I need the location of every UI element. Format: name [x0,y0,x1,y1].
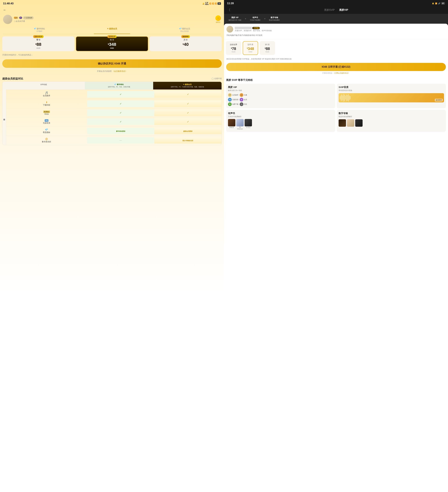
check-quku-lv2: ✓ [154,91,221,98]
feature-label-download: 下载特权 [7,104,86,106]
lv1-sub: 适用于手机、PC、Pad、大部分车载 [86,86,152,88]
section-label-col: 付费音乐包特权 [2,90,6,145]
feature-icon-hires: Hi-Res [43,111,50,113]
status-bar-left: 11:40:43 🔔 1.10KB/s 📶 📶 📶 73 [0,0,224,6]
member-icon: ✿ [240,98,243,102]
digital-thumb-1 [338,119,346,127]
time-right: 11:28 [227,2,234,5]
compare-row-album: 📀 数专抢先听 — 部分专辑抢先听 [6,136,221,145]
priv-icon-head: ◎ 头像 [240,93,247,97]
check-hires-lv1: ✓ [87,110,154,116]
plan-jika-price: ¥88 [4,42,73,47]
plan-jika-tag: 仅29.4元/月 [33,35,44,38]
mingpai-badge[interactable]: ✏ 设置铭牌 [23,16,34,19]
plan-jika-name: 季卡 [4,39,73,41]
privilege-card-digital[interactable]: 数字专辑 甄选专辑免费畅听 [337,110,446,132]
user-badges: Lv1 V ✏ 设置铭牌 [14,16,214,19]
digital-thumbs [338,119,444,127]
filter-option[interactable]: 仅看不同 [211,77,222,80]
header-titles: 黑胶SVIP 黑胶VIP [324,9,348,12]
priv-icon-member: ✿ 会员 [240,98,247,102]
plan-right-lian[interactable]: 连续包季 ¥78 ¥120 [226,41,241,55]
check-download-lv2: ✓ [154,100,221,107]
header-tab-svip[interactable]: 黑胶SVIP [324,9,335,12]
lv2-title: ✦ 超级会员 [154,83,221,86]
feature-label-lossless: 无损音质 [7,122,86,124]
artist-name-1: 林俊杰 [228,126,235,129]
privilege-card-audio[interactable]: 有声书 万本好书免费畅听 林俊杰 Ed Sheeran [226,110,335,132]
svip-badge-label: 超清母带 [435,99,443,102]
agreement-text: 开通会员代表接受 《会员服务协议》 [0,70,224,72]
artist-name-3: 久石让 [245,126,252,129]
privileges-section: 黑胶 SVIP 尊享千元特权 黑胶 VIP 畅享全部 20+ 特权 VIP 会员… [224,76,448,132]
plan-right-3[interactable]: 3个月 ¥88 ¥120 [260,41,275,55]
confirm-button[interactable]: 确认协议并以 ¥348 开通 [2,59,222,68]
privilege-vip-icons-3: ⬇ 免费下载 ◷ 历史 [228,102,333,106]
compare-table-header: VIP特权 💎 豪华绿钻 适用于手机、PC、Pad、大部分车载 ✦ 超级会员 适… [2,82,221,90]
plan-jika-old: ¥120 [4,47,73,49]
plan-nianka-price: ¥348 [78,42,146,47]
digital-thumb-2 [347,119,354,127]
plan-yueka-price: ¥40 [151,42,220,47]
plan-nianka-old: ¥480 [78,47,146,49]
agreement-link-right[interactable]: 《付费会员服务协议》 [333,72,350,74]
check-album-lv2: 部分专辑抢先听 [154,137,221,144]
plan-right-12[interactable]: 12个月 ¥348 ¥480 [243,41,258,55]
plan-nianka-name: 年卡 [78,39,146,41]
feature-icon-album: 📀 [7,138,86,141]
compare-table: VIP特权 💎 豪华绿钻 适用于手机、PC、Pad、大部分车载 ✦ 超级会员 适… [2,82,222,145]
album-thumb-1 [228,119,235,126]
left-panel: 11:40:43 🔔 1.10KB/s 📶 📶 📶 73 ← Lv1 V ✏ 设… [0,0,224,492]
waveform-lines [338,93,444,102]
tab-visual[interactable]: 💎 视听会员 双会员特权 [148,26,221,34]
activate-button[interactable]: ¥348 立即开通 (已省¥132) [226,63,446,71]
user-right-desc: 开通SVIP，享黑胶VIP、数字专辑、有声书等特权 [235,30,446,32]
svip-badge: SVIP体 [252,27,260,29]
status-icons-left: 🔔 1.10KB/s 📶 📶 📶 73 [202,2,221,5]
right-notice: 购买后优先使用黑胶 SVIP权益，未使用的黑胶 VIP 权益将在黑胶 SVIP … [224,57,448,62]
feature-download: ⬇ 下载特权 [6,99,87,108]
download-icon: ⬇ [228,102,232,106]
check-icon-lv2: 超级会员图标 [154,128,221,134]
check-hires-lv2: ✓ [154,110,221,116]
sub-tab-vip[interactable]: 黑胶 VIP 畅享全部 20+ 特权 [226,15,244,22]
sub-tab-audiobook[interactable]: 有声书 万本好书免费听 [248,15,263,22]
agreement-link[interactable]: 《会员服务协议》 [112,70,127,72]
back-button-left[interactable]: ← [0,6,224,13]
compare-row-hires: Hi-Res Hires ✓ ✓ [6,108,221,117]
check-lossless-lv1: ✓ [87,118,154,125]
privilege-vip-sub: 畅享全部 20+ 特权 [228,89,333,92]
plan-jika[interactable]: 仅29.4元/月 季卡 ¥88 ¥120 [2,36,74,51]
history-icon: ◷ [240,102,243,106]
priv-icon-quku: VIP 会员曲库 [228,93,239,97]
compare-title: 超级会员权益对比 [2,77,23,80]
tab-super[interactable]: ✦ 超级会员 [76,26,149,34]
tab-huanuan[interactable]: 💎 豪华绿钻 VIP畅听 [3,26,76,34]
status-icons-right: 🔔 📶 🔗 57 [432,2,445,5]
feature-label-album: 数专抢先听 [7,141,86,143]
col-feature-header: VIP特权 [2,82,85,90]
header-tab-vip[interactable]: 黑胶VIP [339,9,348,12]
check-icon-lv1: 豪华绿钻图标 [87,128,154,134]
privilege-vip-icons: VIP 会员曲库 ◎ 头像 [228,93,333,97]
user-info: Lv1 V ✏ 设置铭牌 △会员未开通 [14,16,214,23]
wave-line [340,96,340,99]
user-right-info: ████████████ SVIP体 开通SVIP，享黑胶VIP、数字专辑、有声… [235,27,446,32]
sub-tab-digital[interactable]: 数字专辑 甄选专辑免费听 [267,15,282,22]
plan-nianka[interactable]: 仅29元/月 年卡 ¥348 ¥480 [76,36,148,51]
compare-section-row: 付费音乐包特权 🎵 会员曲库 ✓ ✓ [2,90,221,145]
radio-icon [211,78,214,80]
user-banner-row: ████████████ SVIP体 开通SVIP，享黑胶VIP、数字专辑、有声… [227,26,446,33]
privilege-card-vip[interactable]: 黑胶 VIP 畅享全部 20+ 特权 VIP 会员曲库 ◎ 头像 [226,84,335,108]
plan-yueka[interactable]: 超值特权 月卡 ¥40 [150,36,222,51]
time-left: 11:40:43 [3,2,13,5]
privilege-card-quality[interactable]: SVIP音质 带你回到音乐现场 [337,84,446,108]
priv-icon-so: SQ 无损音质 [228,98,239,102]
feature-icon-zungui: 💎 [7,128,86,131]
back-button-right[interactable]: 〈 [227,8,230,12]
album-thumb-2 [236,119,244,126]
priv-icon-history: ◷ 历史 [240,102,247,106]
quality-sub: 带你回到音乐现场 [338,89,444,92]
plus-2: + [263,17,267,20]
right-header: 〈 黑胶SVIP 黑胶VIP [224,6,448,14]
